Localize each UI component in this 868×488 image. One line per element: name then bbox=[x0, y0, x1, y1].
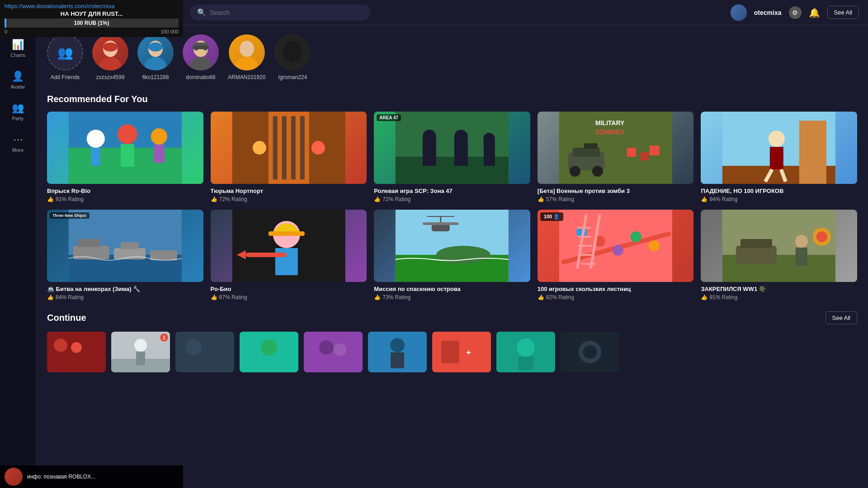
svg-rect-64 bbox=[121, 242, 139, 249]
svg-rect-113 bbox=[264, 356, 274, 369]
game-rating-8: 👍 73% Rating bbox=[374, 294, 530, 300]
svg-rect-96 bbox=[741, 239, 772, 248]
svg-point-97 bbox=[795, 235, 808, 248]
svg-point-20 bbox=[118, 124, 137, 144]
continue-card-5[interactable] bbox=[304, 332, 363, 372]
svg-point-116 bbox=[334, 343, 346, 356]
search-input[interactable] bbox=[210, 9, 363, 16]
svg-rect-62 bbox=[78, 239, 100, 247]
settings-icon[interactable]: ⚙ bbox=[789, 6, 802, 19]
avatar-igroman bbox=[274, 34, 311, 70]
game-card-8[interactable]: Миссия по спасению острова 👍 73% Rating bbox=[374, 210, 530, 300]
continue-card-1[interactable] bbox=[47, 332, 106, 372]
game-thumbnail-5 bbox=[701, 112, 857, 184]
svg-rect-39 bbox=[484, 141, 495, 166]
friend-dominatio[interactable]: dominatio66 bbox=[183, 34, 219, 80]
svg-rect-56 bbox=[770, 147, 783, 169]
search-bar[interactable]: 🔍 bbox=[190, 5, 371, 20]
continue-card-7[interactable]: + bbox=[432, 332, 491, 372]
svg-rect-29 bbox=[291, 116, 295, 179]
continue-card-8[interactable] bbox=[496, 332, 555, 372]
continue-card-3[interactable] bbox=[175, 332, 234, 372]
sidebar-item-more[interactable]: ⋯ More bbox=[2, 129, 34, 157]
game-card-2[interactable]: Тюрьма Нортпорт 👍 72% Rating bbox=[211, 112, 367, 202]
sidebar-item-charts[interactable]: 📊 Charts bbox=[2, 34, 34, 62]
svg-point-74 bbox=[436, 246, 491, 264]
continue-section-header: Continue See All bbox=[47, 311, 857, 324]
continue-thumb-1 bbox=[47, 332, 106, 372]
continue-thumb-3 bbox=[175, 332, 234, 372]
game-card-3[interactable]: AREA 47 Ролевая игра SCP: Зона 47 👍 72% … bbox=[374, 112, 530, 202]
svg-point-125 bbox=[517, 338, 535, 357]
continue-section: Continue See All bbox=[47, 311, 857, 372]
game-rating-6: 👍 84% Rating bbox=[47, 294, 203, 300]
svg-point-18 bbox=[87, 130, 105, 148]
thumbup-8: 👍 bbox=[374, 294, 381, 300]
svg-rect-119 bbox=[391, 352, 404, 368]
svg-rect-47 bbox=[627, 148, 636, 157]
sidebar: 📊 Charts 👤 Avatar 👥 Party ⋯ More bbox=[0, 25, 36, 488]
game-card-1[interactable]: Впрыск Ro-Bio 👍 91% Rating bbox=[47, 112, 203, 202]
sidebar-item-party[interactable]: 👥 Party bbox=[2, 98, 34, 126]
friend-fiko[interactable]: fiko121288 bbox=[137, 34, 174, 80]
sidebar-item-charts-label: Charts bbox=[10, 52, 25, 58]
party-icon: 👥 bbox=[12, 102, 24, 114]
continue-card-4[interactable] bbox=[240, 332, 298, 372]
game-rating-3: 👍 72% Rating bbox=[374, 196, 530, 202]
game-card-4[interactable]: MILITARY ZOMBIES [Бета] Военные против з… bbox=[538, 112, 694, 202]
sidebar-item-avatar[interactable]: 👤 Avatar bbox=[2, 66, 34, 94]
ships-badge: Three New Ships! bbox=[50, 212, 90, 219]
game-rating-9: 👍 82% Rating bbox=[538, 294, 694, 300]
svg-point-22 bbox=[151, 128, 167, 145]
game-card-10[interactable]: ЗАКРЕПИЛСЯ WW1 🪖 👍 91% Rating bbox=[701, 210, 857, 300]
svg-point-118 bbox=[390, 338, 405, 352]
game-card-7[interactable]: Ро-Био 👍 87% Rating bbox=[211, 210, 367, 300]
see-all-button-top[interactable]: See All bbox=[827, 6, 859, 19]
avatar-icon: 👤 bbox=[12, 70, 24, 82]
game-card-9[interactable]: 100 👤 bbox=[538, 210, 694, 300]
continue-card-2[interactable]: 1 bbox=[111, 332, 170, 372]
game-card-5[interactable]: ПАДЕНИЕ, НО 100 ИГРОКОВ 👍 94% Rating bbox=[701, 112, 857, 202]
continue-card-9[interactable] bbox=[561, 332, 619, 372]
notification-icon[interactable]: 🔔 bbox=[809, 7, 820, 18]
search-icon: 🔍 bbox=[197, 8, 206, 17]
svg-point-1 bbox=[99, 57, 121, 70]
svg-rect-49 bbox=[650, 145, 660, 155]
stream-overlay[interactable]: инфо: познавая ROBLOX... bbox=[0, 465, 183, 488]
stream-text: инфо: познавая ROBLOX... bbox=[27, 474, 95, 480]
continue-grid: 1 bbox=[47, 332, 857, 372]
svg-rect-69 bbox=[275, 248, 297, 275]
donation-title: НА НОУТ ДЛЯ RUST... bbox=[5, 10, 179, 17]
friend-zxzxzx[interactable]: zxzxzx4599 bbox=[92, 34, 128, 80]
friend-igroman[interactable]: Igroman224 bbox=[274, 34, 311, 80]
svg-rect-95 bbox=[736, 246, 777, 264]
game-thumbnail-1 bbox=[47, 112, 203, 184]
main-content: 👥 Add Friends zxzxzx4599 bbox=[36, 25, 868, 488]
area47-badge: AREA 47 bbox=[377, 114, 401, 121]
game-card-6[interactable]: Three New Ships! 🚢 Битва на линкорах (Зи… bbox=[47, 210, 203, 300]
svg-rect-108 bbox=[175, 332, 234, 372]
friend-avatar-dominatio bbox=[183, 34, 219, 70]
donation-progress-bar bbox=[5, 19, 6, 28]
svg-rect-114 bbox=[304, 332, 363, 372]
svg-rect-54 bbox=[799, 121, 826, 184]
game-rating-2: 👍 72% Rating bbox=[211, 196, 367, 202]
svg-rect-44 bbox=[584, 143, 598, 149]
friend-arman[interactable]: ARMAN101920 bbox=[228, 34, 265, 80]
thumbup-9: 👍 bbox=[538, 294, 544, 300]
add-friends-item[interactable]: 👥 Add Friends bbox=[47, 34, 83, 80]
game-thumbnail-2 bbox=[211, 112, 367, 184]
svg-point-85 bbox=[649, 240, 660, 251]
stream-avatar bbox=[5, 468, 23, 486]
thumbup-4: 👍 bbox=[538, 196, 544, 202]
svg-point-84 bbox=[631, 231, 642, 242]
continue-badge-2: 1 bbox=[160, 333, 168, 342]
friend-avatar-igroman bbox=[274, 34, 311, 70]
add-friends-label: Add Friends bbox=[51, 74, 80, 80]
svg-point-5 bbox=[148, 42, 163, 52]
see-all-continue[interactable]: See All bbox=[826, 311, 857, 324]
continue-card-6[interactable] bbox=[368, 332, 427, 372]
svg-point-36 bbox=[423, 130, 436, 143]
friend-name-dominatio: dominatio66 bbox=[186, 74, 215, 80]
game-name-7: Ро-Био bbox=[211, 286, 367, 292]
